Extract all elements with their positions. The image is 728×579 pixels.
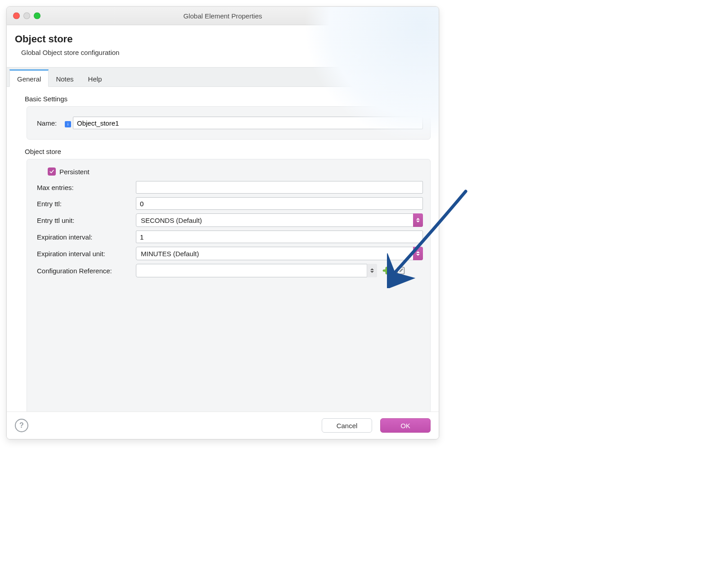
page-title: Object store (15, 33, 431, 45)
window-title: Global Element Properties (7, 12, 439, 20)
tab-notes[interactable]: Notes (49, 70, 81, 86)
entry-ttl-unit-select[interactable]: SECONDS (Default) (136, 213, 423, 227)
entry-ttl-input[interactable] (136, 197, 423, 210)
object-store-label: Object store (25, 148, 431, 155)
max-entries-label: Max entries: (37, 184, 136, 191)
entry-ttl-unit-label: Entry ttl unit: (37, 217, 136, 224)
page-subtitle: Global Object store configuration (21, 49, 431, 56)
expiration-interval-unit-row: Expiration interval unit: MINUTES (Defau… (37, 247, 423, 260)
expiration-interval-label: Expiration interval: (37, 233, 136, 241)
tab-help[interactable]: Help (81, 70, 109, 86)
name-input[interactable] (73, 117, 423, 129)
entry-ttl-label: Entry ttl: (37, 200, 136, 208)
configuration-reference-value (136, 264, 377, 277)
persistent-row: Persistent (48, 167, 423, 176)
name-row: Name: i (37, 117, 423, 129)
max-entries-input[interactable] (136, 181, 423, 194)
dialog-window: Global Element Properties Object store G… (6, 6, 439, 439)
max-entries-row: Max entries: (37, 181, 423, 194)
ok-button[interactable]: OK (380, 418, 431, 433)
persistent-checkbox[interactable] (48, 167, 56, 176)
object-store-panel: Persistent Max entries: Entry ttl: Entry… (27, 159, 431, 414)
configuration-reference-label: Configuration Reference: (37, 267, 136, 275)
basic-settings-panel: Name: i (27, 106, 431, 140)
expiration-interval-input[interactable] (136, 231, 423, 243)
basic-settings-label: Basic Settings (25, 95, 431, 103)
configuration-reference-row: Configuration Reference: (37, 264, 423, 277)
cancel-button[interactable]: Cancel (322, 418, 372, 433)
header: Object store Global Object store configu… (7, 25, 439, 67)
chevron-updown-icon (367, 264, 377, 277)
chevron-updown-icon (413, 247, 423, 260)
configuration-reference-select[interactable] (136, 264, 377, 277)
minimize-window-button[interactable] (23, 13, 30, 19)
tab-content: Basic Settings Name: i Object store Pers… (7, 87, 439, 414)
footer: ? Cancel OK (7, 412, 439, 439)
name-label: Name: (37, 119, 64, 127)
info-icon: i (65, 121, 71, 127)
expiration-interval-unit-value: MINUTES (Default) (136, 247, 423, 260)
entry-ttl-row: Entry ttl: (37, 197, 423, 210)
entry-ttl-unit-value: SECONDS (Default) (136, 213, 423, 227)
zoom-window-button[interactable] (34, 13, 40, 19)
titlebar: Global Element Properties (7, 7, 439, 25)
expiration-interval-unit-label: Expiration interval unit: (37, 250, 136, 258)
expiration-interval-unit-select[interactable]: MINUTES (Default) (136, 247, 423, 260)
edit-config-button[interactable] (396, 266, 406, 276)
persistent-label: Persistent (59, 168, 90, 176)
chevron-updown-icon (413, 213, 423, 227)
add-config-button[interactable] (382, 266, 391, 276)
expiration-interval-row: Expiration interval: (37, 231, 423, 243)
tab-general[interactable]: General (9, 69, 49, 87)
close-window-button[interactable] (13, 13, 20, 19)
tabbar: General Notes Help (7, 67, 439, 87)
traffic-lights (13, 13, 40, 19)
help-icon[interactable]: ? (15, 419, 28, 432)
entry-ttl-unit-row: Entry ttl unit: SECONDS (Default) (37, 213, 423, 227)
